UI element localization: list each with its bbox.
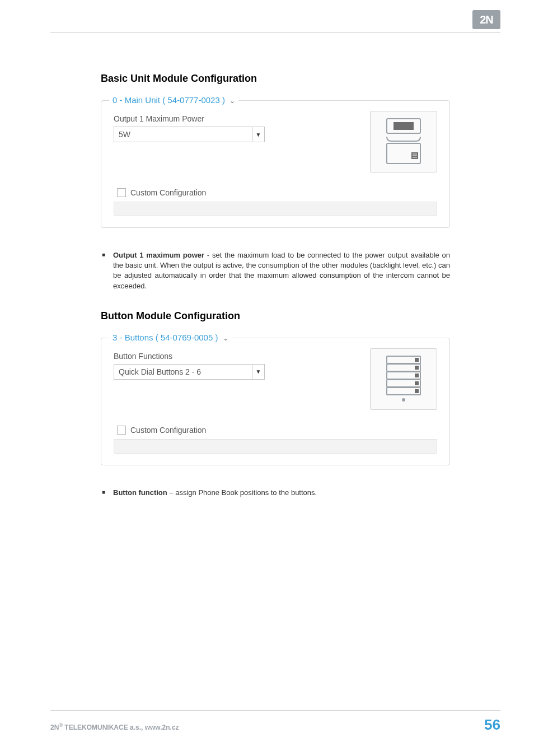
main-unit-fieldset: 0 - Main Unit ( 54-0777-0023 ) ⌄ Output …	[101, 100, 450, 228]
custom-config-input-1	[114, 202, 437, 216]
section2-bullet-1: Button function – assign Phone Book posi…	[113, 488, 450, 498]
chevron-down-icon: ⌄	[229, 97, 235, 105]
svg-rect-15	[415, 381, 419, 385]
section1-bullets: Output 1 maximum power - set the maximum…	[101, 250, 450, 291]
caret-down-icon: ▼	[252, 365, 264, 379]
output-power-value: 5W	[119, 130, 130, 139]
custom-config-label-1: Custom Configuration	[130, 188, 206, 197]
section1-title: Basic Unit Module Configuration	[101, 73, 450, 85]
brand-logo: 2N	[472, 10, 500, 29]
svg-rect-12	[415, 358, 419, 362]
svg-rect-1	[394, 122, 414, 130]
custom-config-checkbox-1[interactable]	[117, 188, 126, 197]
custom-config-row-2: Custom Configuration	[117, 426, 437, 435]
caret-down-icon: ▼	[252, 127, 264, 142]
section2-bullets: Button function – assign Phone Book posi…	[101, 488, 450, 498]
section2-bullet-text: – assign Phone Book positions to the but…	[167, 488, 317, 497]
footer-rest: TELEKOMUNIKACE a.s., www.2n.cz	[63, 724, 179, 731]
button-module-preview	[370, 348, 437, 410]
header-divider	[50, 32, 500, 33]
button-module-legend-text: 3 - Buttons ( 54-0769-0005 )	[113, 333, 218, 342]
chevron-down-icon: ⌄	[223, 334, 228, 342]
svg-rect-16	[415, 389, 419, 393]
page-content: Basic Unit Module Configuration 0 - Main…	[101, 73, 450, 517]
button-module-fieldset: 3 - Buttons ( 54-0769-0005 ) ⌄ Button Fu…	[101, 338, 450, 465]
footer-brand: 2N	[50, 724, 59, 731]
custom-config-input-2	[114, 439, 437, 454]
output-power-select[interactable]: 5W ▼	[114, 127, 265, 142]
custom-config-checkbox-2[interactable]	[117, 426, 126, 435]
button-module-legend[interactable]: 3 - Buttons ( 54-0769-0005 ) ⌄	[109, 333, 232, 342]
footer-company: 2N® TELEKOMUNIKACE a.s., www.2n.cz	[50, 722, 179, 731]
button-functions-value: Quick Dial Buttons 2 - 6	[119, 367, 201, 376]
custom-config-label-2: Custom Configuration	[130, 426, 206, 435]
main-unit-icon	[381, 116, 426, 167]
page-footer: 2N® TELEKOMUNIKACE a.s., www.2n.cz 56	[50, 710, 500, 734]
svg-rect-14	[415, 374, 419, 377]
main-unit-preview	[370, 111, 437, 172]
button-functions-label: Button Functions	[114, 352, 370, 361]
footer-reg: ®	[59, 722, 63, 728]
button-functions-select[interactable]: Quick Dial Buttons 2 - 6 ▼	[114, 364, 265, 380]
main-unit-legend-text: 0 - Main Unit ( 54-0777-0023 )	[113, 95, 225, 105]
svg-point-17	[402, 398, 405, 402]
brand-logo-text: 2N	[480, 13, 493, 26]
custom-config-row-1: Custom Configuration	[117, 188, 437, 197]
section1-bullet-bold: Output 1 maximum power	[113, 251, 204, 259]
section2-bullet-bold: Button function	[113, 488, 167, 497]
section2-title: Button Module Configuration	[101, 310, 450, 322]
section1-bullet-1: Output 1 maximum power - set the maximum…	[113, 250, 450, 291]
output-power-label: Output 1 Maximum Power	[114, 114, 370, 123]
page-number: 56	[484, 716, 500, 734]
svg-rect-13	[415, 366, 419, 370]
main-unit-legend[interactable]: 0 - Main Unit ( 54-0777-0023 ) ⌄	[109, 95, 238, 105]
button-module-icon	[381, 354, 426, 404]
